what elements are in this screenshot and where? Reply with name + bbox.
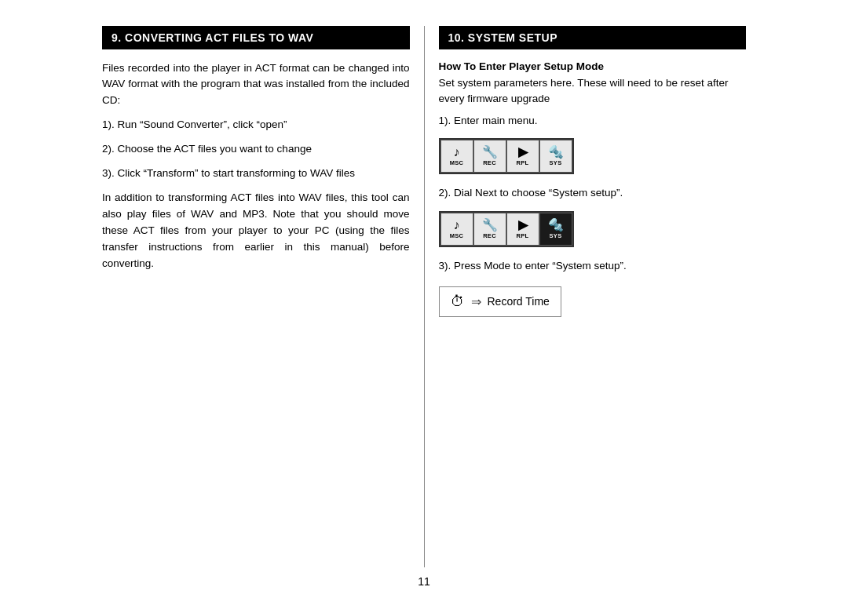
menu-cell-rpl: ▶ RPL	[506, 140, 539, 173]
right-step-2: 2). Dial Next to choose “System setup”.	[439, 185, 747, 201]
rpl-label-2: RPL	[517, 232, 529, 239]
arrow-right-icon: ⇒	[471, 294, 481, 309]
left-step-1: 1). Run “Sound Converter”, click “open”	[102, 117, 410, 133]
menu-image-2: ♪ MSC 🔧 REC ▶ RPL 🔩 SYS	[439, 211, 574, 247]
left-body: Files recorded into the player in ACT fo…	[102, 60, 410, 272]
menu-cell-sys-2: 🔩 SYS	[539, 213, 572, 246]
page-number: 11	[102, 567, 746, 591]
sys-label-2: SYS	[550, 232, 562, 239]
rpl-label: RPL	[517, 159, 529, 166]
left-intro: Files recorded into the player in ACT fo…	[102, 60, 410, 110]
right-column: 10. SYSTEM SETUP How To Enter Player Set…	[425, 26, 747, 567]
msc-icon-2: ♪	[454, 219, 460, 231]
menu-cell-msc: ♪ MSC	[440, 140, 473, 173]
left-step-4: In addition to transforming ACT files in…	[102, 190, 410, 272]
rec-label-2: REC	[483, 232, 496, 239]
menu-cell-rpl-2: ▶ RPL	[506, 213, 539, 246]
rpl-icon: ▶	[518, 146, 528, 159]
menu-cell-msc-2: ♪ MSC	[440, 213, 473, 246]
msc-icon: ♪	[454, 146, 460, 159]
record-time-box: ⏱ ⇒ Record Time	[439, 286, 561, 317]
sys-label: SYS	[550, 159, 562, 166]
menu-cell-sys: 🔩 SYS	[539, 140, 572, 173]
right-intro: Set system parameters here. These will n…	[439, 75, 747, 108]
right-step-1: 1). Enter main menu.	[439, 113, 747, 129]
left-section-header: 9. CONVERTING ACT FILES TO WAV	[102, 26, 410, 49]
left-step-2: 2). Choose the ACT files you want to cha…	[102, 141, 410, 158]
rec-label: REC	[483, 159, 496, 166]
sys-icon: 🔩	[548, 146, 564, 159]
page: 9. CONVERTING ACT FILES TO WAV Files rec…	[102, 26, 746, 591]
rec-icon: 🔧	[482, 146, 498, 159]
menu-image-1: ♪ MSC 🔧 REC ▶ RPL 🔩 SYS	[439, 138, 574, 174]
menu-cell-rec: 🔧 REC	[473, 140, 506, 173]
right-step-3: 3). Press Mode to enter “System setup”.	[439, 258, 747, 274]
right-bold-heading: How To Enter Player Setup Mode	[439, 60, 747, 72]
sys-icon-2: 🔩	[548, 219, 564, 231]
left-step-3: 3). Click “Transform” to start transform…	[102, 166, 410, 182]
record-time-label: Record Time	[488, 295, 550, 308]
rpl-icon-2: ▶	[518, 219, 528, 231]
menu-cell-rec-2: 🔧 REC	[473, 213, 506, 246]
left-column: 9. CONVERTING ACT FILES TO WAV Files rec…	[102, 26, 425, 567]
rec-icon-2: 🔧	[482, 219, 498, 231]
record-time-icon: ⏱	[451, 293, 465, 310]
right-section-header: 10. SYSTEM SETUP	[439, 26, 747, 49]
msc-label-2: MSC	[450, 232, 464, 239]
msc-label: MSC	[450, 159, 464, 166]
